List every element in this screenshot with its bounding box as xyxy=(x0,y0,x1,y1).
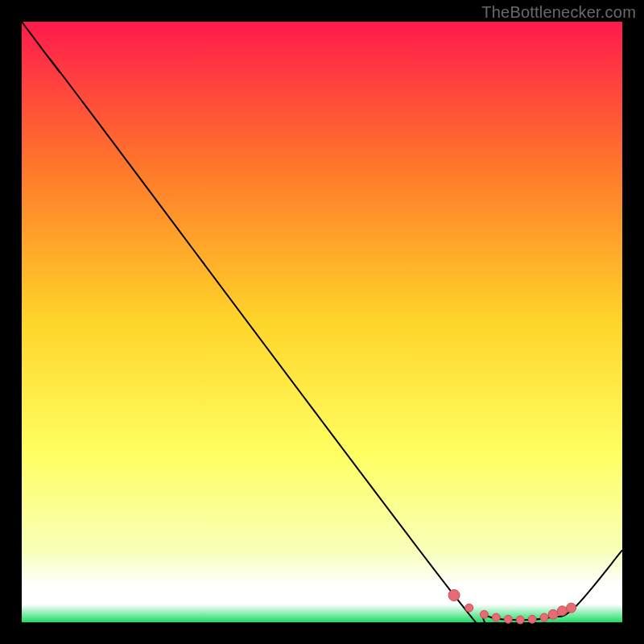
curve-marker xyxy=(548,609,558,619)
chart-stage: TheBottlenecker.com xyxy=(0,0,644,644)
curve-marker xyxy=(540,613,548,621)
curve-marker xyxy=(448,589,460,601)
curve-marker xyxy=(504,615,512,623)
attribution-text: TheBottlenecker.com xyxy=(481,3,636,22)
bottleneck-chart xyxy=(0,0,644,644)
curve-marker xyxy=(480,610,488,618)
curve-marker xyxy=(492,613,500,621)
curve-marker xyxy=(528,615,536,623)
curve-marker xyxy=(516,616,524,624)
curve-marker xyxy=(465,604,473,612)
plot-background xyxy=(22,22,622,622)
curve-marker xyxy=(567,603,576,613)
curve-marker xyxy=(557,606,567,616)
